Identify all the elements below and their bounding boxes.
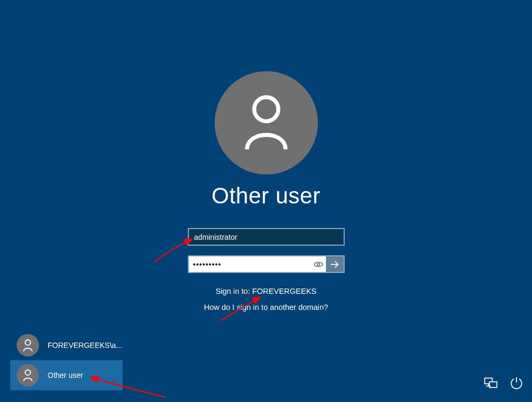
login-screen: Other user Sign in to: FOREVERGEEKS How … xyxy=(0,0,532,402)
username-input[interactable] xyxy=(188,228,345,246)
power-button[interactable] xyxy=(508,375,525,391)
network-icon xyxy=(483,376,498,391)
password-row xyxy=(188,255,345,273)
user-label: FOREVERGEEKS\a... xyxy=(48,341,122,350)
signin-prefix: Sign in to: xyxy=(216,287,253,295)
signin-domain-label: Sign in to: FOREVERGEEKS xyxy=(216,287,317,295)
user-avatar-large xyxy=(215,71,318,175)
submit-button[interactable] xyxy=(326,256,344,272)
system-corner xyxy=(483,375,525,391)
signin-domain: FOREVERGEEKS xyxy=(252,287,316,295)
reveal-password-icon[interactable] xyxy=(311,256,326,272)
other-domain-help-link[interactable]: How do I sign in to another domain? xyxy=(204,303,328,312)
user-label: Other user xyxy=(48,371,83,380)
user-avatar-small xyxy=(17,364,39,386)
svg-point-4 xyxy=(25,369,31,375)
user-item-other-user[interactable]: Other user xyxy=(10,360,123,390)
user-item-account[interactable]: FOREVERGEEKS\a... xyxy=(10,330,123,360)
login-title: Other user xyxy=(211,183,320,209)
arrow-right-icon xyxy=(329,259,340,270)
password-input[interactable] xyxy=(189,256,311,272)
user-avatar-small xyxy=(17,334,39,357)
person-icon xyxy=(22,339,33,352)
svg-point-0 xyxy=(254,97,278,122)
svg-point-3 xyxy=(25,339,31,345)
person-icon xyxy=(22,369,33,382)
network-button[interactable] xyxy=(483,375,499,391)
user-list: FOREVERGEEKS\a... Other user xyxy=(10,330,123,390)
svg-point-1 xyxy=(317,263,320,266)
power-icon xyxy=(510,376,523,390)
svg-rect-6 xyxy=(489,382,497,388)
login-center: Other user Sign in to: FOREVERGEEKS How … xyxy=(0,71,532,312)
person-icon xyxy=(241,95,292,151)
